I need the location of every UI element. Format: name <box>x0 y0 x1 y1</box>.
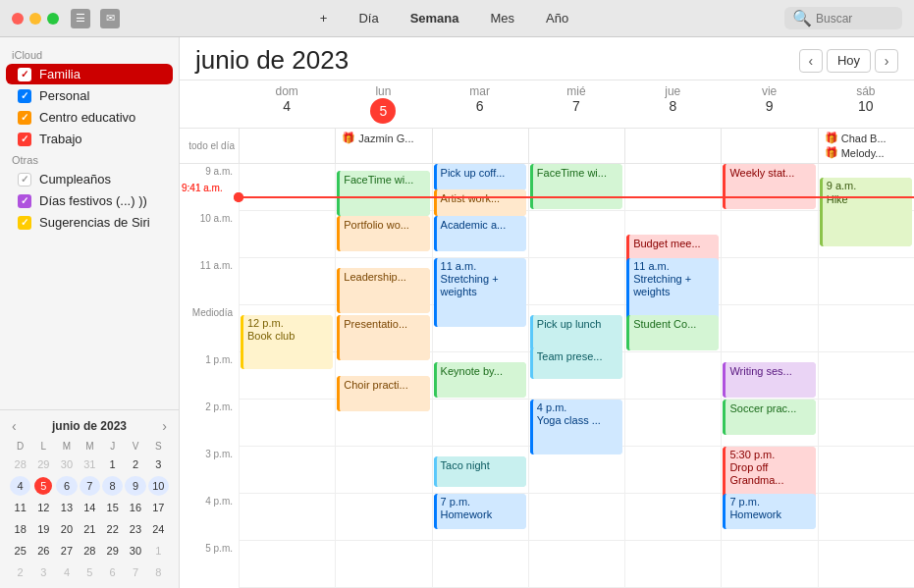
mini-cal-day[interactable]: 14 <box>80 498 100 517</box>
time-cell-col5-row1[interactable] <box>721 211 817 258</box>
time-cell-col1-row7[interactable] <box>335 494 431 541</box>
close-button[interactable] <box>12 13 24 25</box>
mini-cal-day[interactable]: 30 <box>125 541 145 561</box>
mini-cal-next[interactable]: › <box>158 418 171 434</box>
mini-cal-day[interactable]: 6 <box>102 562 123 582</box>
mini-cal-day[interactable]: 10 <box>148 476 169 496</box>
event-8[interactable]: Leadership... <box>337 268 429 313</box>
mini-cal-day[interactable]: 30 <box>56 454 77 474</box>
time-cell-col5-row8[interactable] <box>721 541 817 588</box>
time-cell-col4-row8[interactable] <box>624 541 721 588</box>
event-4[interactable]: Weekly stat... <box>723 164 815 209</box>
sidebar-item-centro[interactable]: Centro educativo <box>6 107 173 128</box>
mini-cal-day[interactable]: 13 <box>56 498 77 517</box>
search-input[interactable] <box>816 12 894 26</box>
time-cell-col0-row5[interactable] <box>239 400 335 447</box>
time-cell-col3-row2[interactable] <box>528 258 624 305</box>
mini-cal-day[interactable]: 11 <box>10 498 30 517</box>
event-14[interactable]: Student Co... <box>626 315 719 350</box>
mini-cal-day[interactable]: 5 <box>32 476 54 496</box>
time-grid-container[interactable]: 9 a.m.10 a.m.11 a.m.Mediodía1 p.m.2 p.m.… <box>180 164 914 588</box>
time-cell-col6-row8[interactable] <box>818 541 914 588</box>
mini-cal-day[interactable]: 9 <box>125 476 145 496</box>
event-19[interactable]: 4 p.m. Yoga class ... <box>530 400 622 454</box>
time-cell-col0-row0[interactable] <box>239 164 335 211</box>
event-21[interactable]: 9 a.m. Hike <box>820 178 912 246</box>
event-20[interactable]: Soccer prac... <box>723 400 815 435</box>
event-2[interactable]: Artist work... <box>434 189 526 216</box>
mini-cal-day[interactable]: 29 <box>102 541 123 561</box>
maximize-button[interactable] <box>47 13 59 25</box>
add-event-button[interactable]: + <box>316 9 332 27</box>
mail-icon[interactable]: ✉ <box>100 9 120 28</box>
sidebar-item-siri[interactable]: Sugerencias de Siri <box>6 212 173 233</box>
event-13[interactable]: Pick up lunch <box>530 315 622 350</box>
mini-cal-day[interactable]: 6 <box>56 476 77 496</box>
cal-next-btn[interactable]: › <box>875 49 898 73</box>
sidebar-item-trabajo[interactable]: Trabajo <box>6 129 173 149</box>
time-cell-col0-row8[interactable] <box>239 541 335 588</box>
mini-cal-day[interactable]: 27 <box>56 541 77 561</box>
mini-cal-day[interactable]: 28 <box>80 541 100 561</box>
festivos-checkbox[interactable] <box>18 194 31 208</box>
time-cell-col6-row6[interactable] <box>818 447 914 494</box>
time-cell-col0-row1[interactable] <box>239 211 335 258</box>
mini-cal-day[interactable]: 3 <box>148 454 169 474</box>
time-cell-col0-row7[interactable] <box>239 494 335 541</box>
time-cell-col4-row0[interactable] <box>624 164 721 211</box>
mini-cal-day[interactable]: 4 <box>10 476 30 496</box>
time-cell-col2-row8[interactable] <box>432 541 528 588</box>
event-25[interactable]: 7 p.m. Homework <box>723 494 815 529</box>
sidebar-item-cumpleanos[interactable]: Cumpleaños <box>6 169 173 189</box>
event-12[interactable]: Presentatio... <box>337 315 429 360</box>
allday-event-jazmin[interactable]: 🎁 Jazmín G... <box>338 131 429 145</box>
time-cell-col1-row8[interactable] <box>335 541 431 588</box>
time-cell-col5-row3[interactable] <box>721 305 817 352</box>
event-3[interactable]: FaceTime wi... <box>530 164 622 209</box>
mini-cal-day[interactable]: 20 <box>56 519 77 539</box>
cal-prev-btn[interactable]: ‹ <box>799 49 823 73</box>
sidebar-toggle-icon[interactable]: ☰ <box>71 9 90 28</box>
event-15[interactable]: Team prese... <box>530 347 622 379</box>
mini-cal-day[interactable]: 15 <box>102 498 123 517</box>
mini-cal-day[interactable]: 29 <box>32 454 54 474</box>
mini-cal-day[interactable]: 17 <box>148 498 169 517</box>
time-cell-col0-row2[interactable] <box>239 258 335 305</box>
time-cell-col4-row6[interactable] <box>624 447 721 494</box>
mini-cal-day[interactable]: 7 <box>80 476 100 496</box>
time-cell-col6-row5[interactable] <box>818 400 914 447</box>
mini-cal-day[interactable]: 19 <box>32 519 54 539</box>
event-6[interactable]: Academic a... <box>434 216 526 251</box>
view-week[interactable]: Semana <box>406 9 463 27</box>
mini-cal-day[interactable]: 7 <box>125 562 145 582</box>
siri-checkbox[interactable] <box>18 216 31 230</box>
mini-cal-day[interactable]: 8 <box>148 562 169 582</box>
mini-cal-day[interactable]: 2 <box>10 562 30 582</box>
time-cell-col6-row3[interactable] <box>818 305 914 352</box>
time-cell-col4-row7[interactable] <box>624 494 721 541</box>
cumpleanos-checkbox[interactable] <box>18 173 31 187</box>
mini-cal-day[interactable]: 21 <box>80 519 100 539</box>
time-cell-col5-row2[interactable] <box>721 258 817 305</box>
event-0[interactable]: FaceTime wi... <box>337 171 429 216</box>
event-17[interactable]: Choir practi... <box>337 376 429 411</box>
time-cell-col6-row4[interactable] <box>818 352 914 400</box>
view-day[interactable]: Día <box>354 9 382 27</box>
event-9[interactable]: 11 a.m. Stretching + weights <box>434 258 526 327</box>
time-cell-col4-row5[interactable] <box>624 400 721 447</box>
event-16[interactable]: Keynote by... <box>434 362 526 398</box>
time-cell-col0-row6[interactable] <box>239 447 335 494</box>
personal-checkbox[interactable] <box>18 89 31 103</box>
event-24[interactable]: 7 p.m. Homework <box>434 494 526 529</box>
event-1[interactable]: Pick up coff... <box>434 164 526 190</box>
mini-cal-day[interactable]: 12 <box>32 498 54 517</box>
time-cell-col2-row5[interactable] <box>432 400 528 447</box>
mini-cal-prev[interactable]: ‹ <box>8 418 21 434</box>
sidebar-item-familia[interactable]: Familia <box>6 64 173 84</box>
time-cell-col4-row4[interactable] <box>624 352 721 400</box>
event-11[interactable]: 12 p.m. Book club <box>241 315 333 370</box>
mini-cal-day[interactable]: 5 <box>80 562 100 582</box>
mini-cal-day[interactable]: 26 <box>32 541 54 561</box>
allday-event-chad[interactable]: 🎁 Chad B... <box>821 131 912 145</box>
search-bar[interactable]: 🔍 <box>784 7 902 29</box>
